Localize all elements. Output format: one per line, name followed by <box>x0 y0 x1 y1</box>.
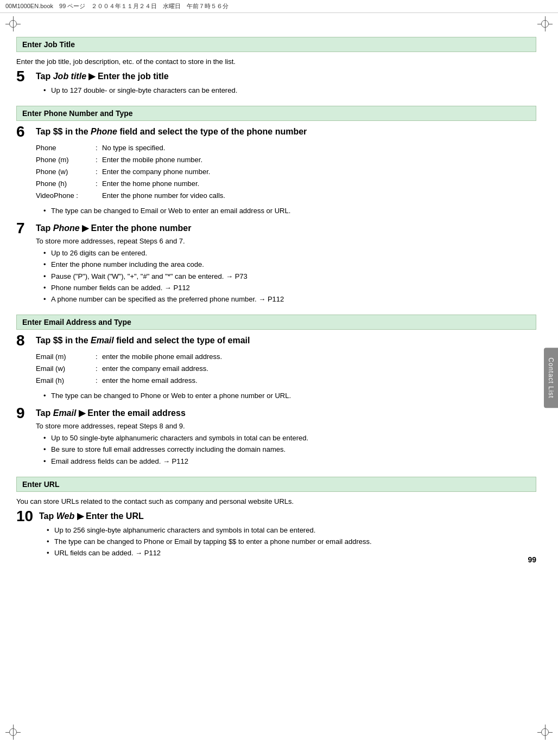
step-6-defs: Phone : No type is specified. Phone (m) … <box>36 142 536 202</box>
step-6-title: Tap $$ in the Phone field and select the… <box>36 126 536 138</box>
step-7-note: To store more addresses, repeat Steps 6 … <box>36 237 536 245</box>
step-8-content: Tap $$ in the Email field and select the… <box>36 335 536 402</box>
step-5-bullets: Up to 127 double- or single-byte charact… <box>43 86 536 95</box>
bullet-item: Pause ("P"), Wait ("W"), "+", "#" and "*… <box>43 272 536 281</box>
def-row: Phone (w) : Enter the company phone numb… <box>36 166 536 178</box>
def-row: Email (m) : enter the mobile phone email… <box>36 351 536 363</box>
page-number: 99 <box>528 555 536 564</box>
step-7-bullets: Up to 26 digits can be entered. Enter th… <box>43 248 536 304</box>
section-header-job-title: Enter Job Title <box>16 37 536 52</box>
corner-mark-br <box>537 725 553 740</box>
step-8-title: Tap $$ in the Email field and select the… <box>36 335 536 347</box>
step-10: 10 Tap Web ▶ Enter the URL Up to 256 sin… <box>16 511 536 560</box>
section-intro-job-title: Enter the job title, job description, et… <box>16 57 536 66</box>
bullet-item: The type can be changed to Phone or Emai… <box>47 537 536 547</box>
def-row: Phone (m) : Enter the mobile phone numbe… <box>36 154 536 166</box>
step-6-bullets: The type can be changed to Email or Web … <box>43 206 536 216</box>
bullet-item: Up to 26 digits can be entered. <box>43 248 536 258</box>
bullet-item: Up to 50 single-byte alphanumeric charac… <box>43 433 536 443</box>
step-6-content: Tap $$ in the Phone field and select the… <box>36 126 536 217</box>
step-5: 5 Tap Job title ▶ Enter the job title Up… <box>16 71 536 97</box>
def-row: Phone : No type is specified. <box>36 142 536 154</box>
step-9-note: To store more addresses, repeat Steps 8 … <box>36 422 536 430</box>
step-6: 6 Tap $$ in the Phone field and select t… <box>16 126 536 217</box>
section-header-url: Enter URL <box>16 477 536 492</box>
step-6-num: 6 <box>16 124 36 139</box>
section-intro-url: You can store URLs related to the contac… <box>16 497 536 505</box>
step-10-content: Tap Web ▶ Enter the URL Up to 256 single… <box>39 511 536 560</box>
step-8-defs: Email (m) : enter the mobile phone email… <box>36 351 536 387</box>
step-5-num: 5 <box>16 69 36 84</box>
step-8: 8 Tap $$ in the Email field and select t… <box>16 335 536 402</box>
step-10-num: 10 <box>16 509 39 524</box>
step-7: 7 Tap Phone ▶ Enter the phone number To … <box>16 223 536 306</box>
def-row: Phone (h) : Enter the home phone number. <box>36 178 536 190</box>
step-10-bullets: Up to 256 single-byte alphanumeric chara… <box>47 526 536 559</box>
corner-mark-bl <box>5 725 21 740</box>
section-header-email: Enter Email Address and Type <box>16 315 536 330</box>
step-7-content: Tap Phone ▶ Enter the phone number To st… <box>36 223 536 306</box>
bullet-item: Be sure to store full email addresses co… <box>43 445 536 454</box>
step-10-title: Tap Web ▶ Enter the URL <box>39 511 536 522</box>
step-9-bullets: Up to 50 single-byte alphanumeric charac… <box>43 433 536 466</box>
def-row: Email (h) : enter the home email address… <box>36 375 536 387</box>
def-row: Email (w) : enter the company email addr… <box>36 363 536 375</box>
step-9-num: 9 <box>16 406 36 421</box>
bullet-item: Phone number fields can be added. → P112 <box>43 283 536 293</box>
step-7-num: 7 <box>16 221 36 236</box>
step-5-title: Tap Job title ▶ Enter the job title <box>36 71 536 82</box>
def-row: VideoPhone : Enter the phone number for … <box>36 190 536 202</box>
step-7-title: Tap Phone ▶ Enter the phone number <box>36 223 536 234</box>
bullet-item: The type can be changed to Email or Web … <box>43 206 536 216</box>
bullet-item: Email address fields can be added. → P11… <box>43 457 536 466</box>
bullet-item: Up to 127 double- or single-byte charact… <box>43 86 536 95</box>
step-9: 9 Tap Email ▶ Enter the email address To… <box>16 408 536 467</box>
step-8-bullets: The type can be changed to Phone or Web … <box>43 391 536 401</box>
bullet-item: Up to 256 single-byte alphanumeric chara… <box>47 526 536 535</box>
top-bar-text: 00M1000EN.book 99 ページ ２００４年１１月２４日 水曜日 午前… <box>5 2 229 10</box>
step-9-content: Tap Email ▶ Enter the email address To s… <box>36 408 536 467</box>
top-bar: 00M1000EN.book 99 ページ ２００４年１１月２４日 水曜日 午前… <box>0 0 558 13</box>
bullet-item: The type can be changed to Phone or Web … <box>43 391 536 401</box>
main-content: Enter Job Title Enter the job title, job… <box>0 17 558 575</box>
bullet-item: A phone number can be specified as the p… <box>43 294 536 304</box>
step-8-num: 8 <box>16 333 36 348</box>
step-5-content: Tap Job title ▶ Enter the job title Up t… <box>36 71 536 97</box>
bullet-item: Enter the phone number including the are… <box>43 260 536 270</box>
bullet-item: URL fields can be added. → P112 <box>47 548 536 558</box>
step-9-title: Tap Email ▶ Enter the email address <box>36 408 536 419</box>
section-header-phone: Enter Phone Number and Type <box>16 106 536 121</box>
